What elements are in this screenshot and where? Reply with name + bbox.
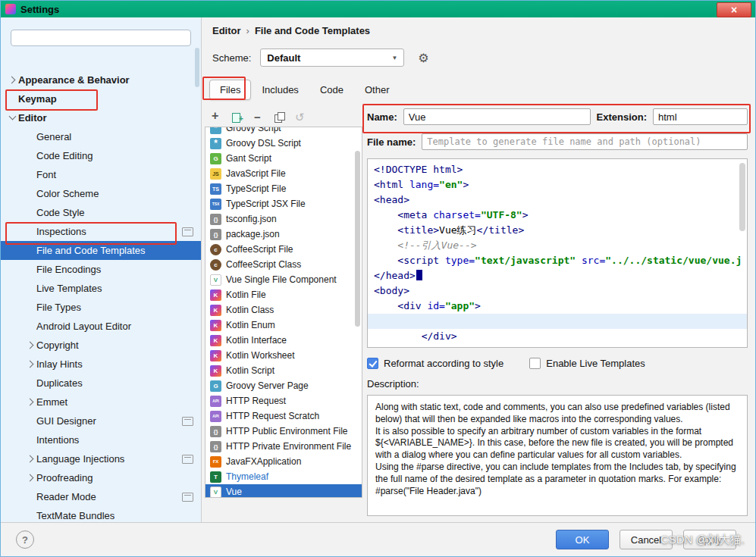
sidebar-item-language-injections[interactable]: Language Injections [1, 449, 201, 468]
template-item-vue-single-file-component[interactable]: VVue Single File Component [205, 272, 362, 287]
sidebar-item-intentions[interactable]: Intentions [1, 430, 201, 449]
chevron-right-icon[interactable] [25, 472, 36, 483]
chevron-spacer [25, 226, 36, 237]
name-input[interactable] [403, 108, 591, 125]
sidebar-item-file-and-code-templates[interactable]: File and Code Templates [1, 241, 201, 260]
scheme-select[interactable]: Default ▼ [260, 49, 404, 67]
tab-other[interactable]: Other [354, 80, 400, 100]
sidebar-item-file-encodings[interactable]: File Encodings [1, 260, 201, 279]
template-list-scrollbar[interactable] [354, 129, 361, 496]
tab-includes[interactable]: Includes [251, 80, 309, 100]
live-templates-option[interactable]: Enable Live Templates [529, 358, 645, 369]
ok-button[interactable]: OK [556, 530, 609, 549]
template-item-kotlin-enum[interactable]: KKotlin Enum [205, 318, 362, 333]
template-item-label: tsconfig.json [226, 214, 277, 224]
template-item-thymeleaf[interactable]: TThymeleaf [205, 469, 362, 484]
http-file-icon: {} [210, 426, 221, 437]
vue-file-icon: V [210, 274, 221, 286]
file-name-input[interactable] [422, 133, 748, 150]
template-item-http-request[interactable]: APIHTTP Request [205, 393, 362, 408]
template-item-http-request-scratch[interactable]: APIHTTP Request Scratch [205, 408, 362, 424]
sidebar-item-general[interactable]: General [1, 127, 201, 146]
code-line: <head> [374, 192, 741, 208]
reformat-checkbox[interactable] [367, 358, 378, 369]
template-item-groovy-dsl-script[interactable]: *Groovy DSL Script [205, 136, 362, 151]
revert-icon[interactable] [294, 111, 308, 124]
template-item-label: JavaFXApplication [226, 456, 301, 467]
template-item-kotlin-worksheet[interactable]: KKotlin Worksheet [205, 348, 362, 363]
apply-button[interactable]: Apply [683, 530, 736, 549]
sidebar-item-file-types[interactable]: File Types [1, 298, 201, 317]
editor-scrollbar[interactable] [739, 161, 746, 346]
breadcrumb-section[interactable]: Editor [212, 25, 241, 36]
tab-files[interactable]: Files [209, 80, 251, 100]
search-input[interactable] [11, 30, 191, 46]
template-item-http-private-environment-file[interactable]: {}HTTP Private Environment File [205, 439, 362, 454]
chevron-spacer [25, 283, 36, 294]
app-icon [5, 4, 16, 14]
sidebar-item-duplicates[interactable]: Duplicates [1, 374, 201, 393]
template-item-typescript-file[interactable]: TSTypeScript File [205, 181, 362, 196]
sidebar-item-label: Android Layout Editor [36, 321, 131, 332]
chevron-right-icon[interactable] [25, 453, 36, 465]
template-item-javascript-file[interactable]: JSJavaScript File [205, 166, 362, 181]
template-item-gant-script[interactable]: GGant Script [205, 151, 362, 166]
template-item-typescript-jsx-file[interactable]: TSXTypeScript JSX File [205, 196, 362, 211]
template-item-groovy-server-page[interactable]: GGroovy Server Page [205, 378, 362, 393]
chevron-right-icon[interactable] [25, 396, 36, 408]
sidebar-scrollbar[interactable] [195, 48, 199, 87]
template-item-kotlin-script[interactable]: KKotlin Script [205, 363, 362, 378]
template-item-coffeescript-class[interactable]: cCoffeeScript Class [205, 257, 362, 272]
template-item-tsconfig-json[interactable]: {}tsconfig.json [205, 211, 362, 227]
live-templates-checkbox[interactable] [529, 358, 541, 369]
sidebar-item-code-editing[interactable]: Code Editing [1, 146, 201, 165]
add-icon[interactable] [209, 111, 223, 124]
template-item-package-json[interactable]: {}package.json [205, 227, 362, 242]
sidebar-item-copyright[interactable]: Copyright [1, 336, 201, 355]
sidebar-item-color-scheme[interactable]: Color Scheme [1, 184, 201, 203]
sidebar-item-proofreading[interactable]: Proofreading [1, 468, 201, 487]
template-item-kotlin-class[interactable]: KKotlin Class [205, 302, 362, 318]
template-item-coffeescript-file[interactable]: cCoffeeScript File [205, 242, 362, 257]
sidebar-item-font[interactable]: Font [1, 165, 201, 184]
sidebar-item-inlay-hints[interactable]: Inlay Hints [1, 355, 201, 374]
code-editor[interactable]: <!DOCTYPE html><html lang="en"><head> <m… [367, 158, 748, 348]
tab-code[interactable]: Code [309, 80, 354, 100]
help-button[interactable]: ? [16, 530, 34, 549]
settings-scope-icon [182, 417, 193, 426]
gear-icon[interactable]: ⚙ [418, 51, 428, 65]
chevron-right-icon[interactable] [25, 340, 36, 351]
template-item-javafxapplication[interactable]: FXJavaFXApplication [205, 454, 362, 469]
template-item-vue[interactable]: VVue [205, 484, 362, 498]
sidebar-item-reader-mode[interactable]: Reader Mode [1, 487, 201, 506]
chevron-down-icon[interactable] [7, 112, 18, 124]
sidebar-item-inspections[interactable]: Inspections [1, 222, 201, 241]
sidebar-item-label: Emmet [36, 396, 67, 408]
sidebar-item-android-layout-editor[interactable]: Android Layout Editor [1, 317, 201, 336]
cancel-button[interactable]: Cancel [620, 530, 673, 549]
sidebar-item-editor[interactable]: Editor [1, 108, 201, 127]
duplicate-icon[interactable] [273, 111, 287, 124]
template-item-kotlin-file[interactable]: KKotlin File [205, 287, 362, 302]
copy-template-icon[interactable] [231, 111, 244, 124]
chevron-right-icon[interactable] [7, 74, 18, 86]
sidebar-item-gui-designer[interactable]: GUI Designer [1, 411, 201, 430]
sidebar-item-emmet[interactable]: Emmet [1, 393, 201, 411]
sidebar-item-code-style[interactable]: Code Style [1, 203, 201, 222]
remove-icon[interactable] [252, 111, 265, 124]
template-item-http-public-environment-file[interactable]: {}HTTP Public Environment File [205, 424, 362, 439]
file-name-row: File name: [367, 133, 748, 151]
chevron-right-icon[interactable] [25, 358, 36, 370]
reformat-option[interactable]: Reformat according to style [367, 358, 503, 369]
code-line: <html lang="en"> [374, 177, 741, 192]
code-line: <div id="app"> [374, 299, 741, 314]
sidebar-item-appearance-behavior[interactable]: Appearance & Behavior [1, 70, 201, 89]
close-button[interactable]: × [717, 2, 751, 17]
extension-input[interactable] [653, 108, 748, 125]
template-item-label: Groovy Server Page [226, 380, 309, 391]
sidebar-item-keymap[interactable]: Keymap [1, 89, 201, 108]
template-item-groovy-script[interactable]: *Groovy Script [205, 127, 362, 136]
template-item-kotlin-interface[interactable]: KKotlin Interface [205, 333, 362, 348]
sidebar-item-live-templates[interactable]: Live Templates [1, 279, 201, 298]
sidebar-item-textmate-bundles[interactable]: TextMate Bundles [1, 506, 201, 522]
